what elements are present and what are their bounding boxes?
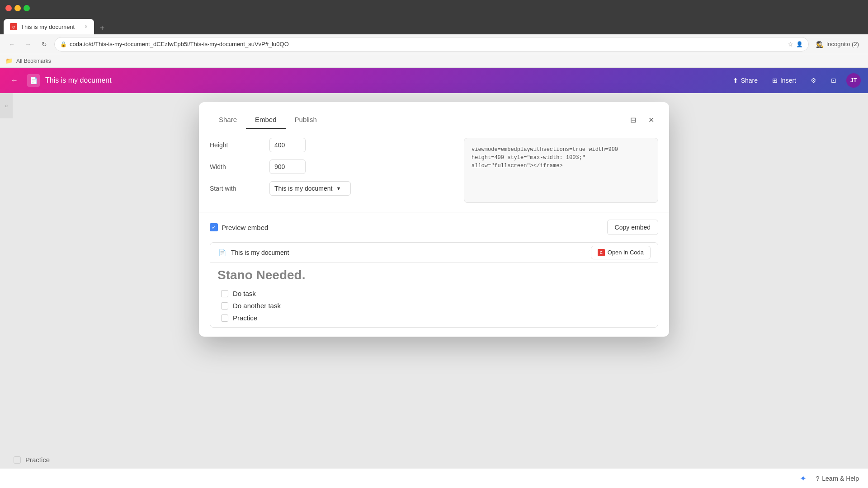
sliders-icon: ⊟ xyxy=(630,116,636,124)
task-item-1: Do task xyxy=(221,290,651,297)
height-row: Height xyxy=(210,138,455,152)
gear-icon: ⚙ xyxy=(811,77,816,84)
modal-header-actions: ⊟ ✕ xyxy=(626,113,658,127)
task-item-2: Do another task xyxy=(221,302,651,310)
modal-settings-btn[interactable]: ⊟ xyxy=(626,113,640,127)
all-bookmarks-link[interactable]: All Bookmarks xyxy=(16,58,51,64)
tab-share[interactable]: Share xyxy=(210,111,246,129)
bookmarks-bar: 📁 All Bookmarks xyxy=(0,54,868,68)
share-icon: ⬆ xyxy=(733,77,738,84)
open-in-coda-btn[interactable]: C Open in Coda xyxy=(591,246,651,259)
tab-close-btn[interactable]: × xyxy=(85,23,88,30)
nav-refresh-btn[interactable]: ↻ xyxy=(38,38,51,51)
main-content: » Practice Share Embed Publish xyxy=(0,93,868,488)
bookmark-star-icon[interactable]: ☆ xyxy=(788,41,793,48)
preview-embed-label: Preview embed xyxy=(222,224,268,231)
modal-header: Share Embed Publish ⊟ ✕ xyxy=(199,102,669,129)
window-close-btn[interactable] xyxy=(5,5,12,11)
document-icon: 📄 xyxy=(218,249,226,256)
embed-doc-icon: 📄 xyxy=(217,248,226,257)
embed-content: Stano Needed. Do task Do another task xyxy=(210,263,658,327)
embed-doc-title: This is my document xyxy=(231,249,586,256)
lock-icon: 🔒 xyxy=(60,41,67,47)
height-label: Height xyxy=(210,141,264,149)
tab-publish[interactable]: Publish xyxy=(286,111,326,129)
modal-body: Height Width Start with This is my docum… xyxy=(199,129,669,212)
height-input[interactable] xyxy=(269,138,306,152)
code-snippet: viewmode=embedplaywithsections=true widt… xyxy=(464,138,658,203)
settings-btn[interactable]: ⚙ xyxy=(806,74,821,87)
embed-preview-header: 📄 This is my document C Open in Coda xyxy=(210,243,658,263)
modal-tabs: Share Embed Publish xyxy=(210,111,626,129)
modal-divider xyxy=(199,212,669,212)
new-tab-btn[interactable]: + xyxy=(96,22,108,34)
task-checkbox-3[interactable] xyxy=(221,314,228,322)
close-icon: ✕ xyxy=(648,116,654,124)
incognito-icon: 🕵️ xyxy=(816,41,824,48)
width-input[interactable] xyxy=(269,160,306,174)
view-toggle-btn[interactable]: ⊡ xyxy=(826,74,841,87)
nav-back-btn[interactable]: ← xyxy=(5,38,18,51)
modal-overlay: Share Embed Publish ⊟ ✕ xyxy=(0,93,868,488)
preview-embed-toggle[interactable]: ✓ Preview embed xyxy=(210,223,268,231)
app-back-btn[interactable]: ← xyxy=(7,73,22,88)
browser-tab-bar: c This is my document × + xyxy=(0,16,868,34)
embed-tasks: Do task Do another task Practice xyxy=(217,290,651,322)
embed-form: Height Width Start with This is my docum… xyxy=(210,138,455,203)
chevron-down-icon: ▼ xyxy=(336,186,341,191)
app-doc-title: This is my document xyxy=(45,76,723,84)
window-minimize-btn[interactable] xyxy=(14,5,21,11)
address-text: coda.io/d/This-is-my-document_dCEzfwEpb5… xyxy=(70,41,785,47)
browser-tab-active[interactable]: c This is my document × xyxy=(4,19,94,34)
profile-label: Incognito (2) xyxy=(826,41,859,47)
open-in-coda-label: Open in Coda xyxy=(608,249,644,256)
start-with-label: Start with xyxy=(210,185,264,192)
browser-toolbar: ← → ↻ 🔒 coda.io/d/This-is-my-document_dC… xyxy=(0,34,868,54)
task-item-3: Practice xyxy=(221,314,651,322)
profile-extension-icon: 👤 xyxy=(796,41,803,47)
tab-embed[interactable]: Embed xyxy=(246,111,286,129)
insert-icon: ⊞ xyxy=(772,77,778,84)
tab-favicon: c xyxy=(10,23,17,30)
modal-close-btn[interactable]: ✕ xyxy=(644,113,658,127)
address-bar[interactable]: 🔒 coda.io/d/This-is-my-document_dCEzfwEp… xyxy=(54,37,809,52)
window-maximize-btn[interactable] xyxy=(24,5,30,11)
browser-titlebar xyxy=(0,0,868,16)
task-label-3: Practice xyxy=(233,314,257,322)
task-label-1: Do task xyxy=(233,290,256,297)
preview-header: ✓ Preview embed Copy embed xyxy=(210,220,658,235)
user-avatar[interactable]: JT xyxy=(846,73,861,88)
task-checkbox-2[interactable] xyxy=(221,302,228,310)
share-btn[interactable]: ⬆ Share xyxy=(728,74,762,87)
coda-logo-icon: C xyxy=(598,249,605,256)
share-embed-modal: Share Embed Publish ⊟ ✕ xyxy=(199,102,669,337)
start-with-value: This is my document xyxy=(274,185,332,192)
width-row: Width xyxy=(210,160,455,174)
browser-window-controls xyxy=(5,5,30,11)
task-checkbox-1[interactable] xyxy=(221,290,228,297)
preview-section: ✓ Preview embed Copy embed 📄 This is my … xyxy=(199,220,669,337)
view-icon: ⊡ xyxy=(831,77,836,84)
preview-embed-checkbox[interactable]: ✓ xyxy=(210,223,218,231)
insert-btn[interactable]: ⊞ Insert xyxy=(768,74,801,87)
copy-embed-btn[interactable]: Copy embed xyxy=(607,220,658,235)
embed-preview: 📄 This is my document C Open in Coda Sta… xyxy=(210,242,658,328)
bookmarks-folder-icon: 📁 xyxy=(5,57,13,64)
app-header: ← 📄 This is my document ⬆ Share ⊞ Insert… xyxy=(0,68,868,93)
browser-profile-btn[interactable]: 🕵️ Incognito (2) xyxy=(812,39,863,50)
doc-icon: 📄 xyxy=(27,74,40,87)
embed-heading: Stano Needed. xyxy=(217,268,651,282)
tab-title: This is my document xyxy=(21,23,81,30)
width-label: Width xyxy=(210,163,264,170)
task-label-2: Do another task xyxy=(233,302,281,310)
app-header-actions: ⬆ Share ⊞ Insert ⚙ ⊡ JT xyxy=(728,73,861,88)
start-with-select[interactable]: This is my document ▼ xyxy=(269,181,351,196)
browser-chrome: c This is my document × + ← → ↻ 🔒 coda.i… xyxy=(0,0,868,68)
nav-forward-btn[interactable]: → xyxy=(22,38,34,51)
start-with-row: Start with This is my document ▼ xyxy=(210,181,455,196)
